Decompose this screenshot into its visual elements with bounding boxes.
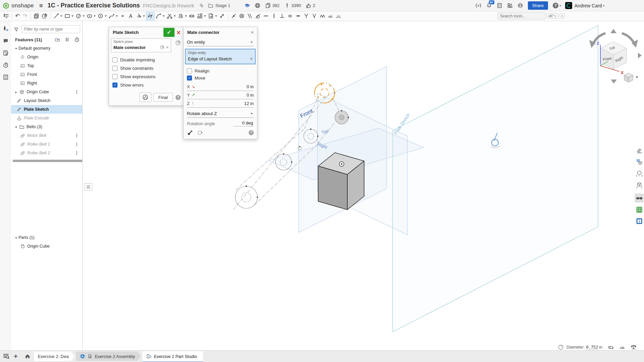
circle-tool-caret[interactable]: [83, 15, 85, 17]
offset-tool-caret[interactable]: [185, 15, 187, 17]
mirror-tool-caret[interactable]: [143, 15, 145, 17]
documentation-panel-icon[interactable]: [635, 216, 644, 225]
copy-paste-sketch-icon[interactable]: [33, 12, 41, 20]
checkbox-unchecked[interactable]: [112, 74, 117, 79]
rectangle-tool-caret[interactable]: [71, 15, 73, 17]
line-tool-caret[interactable]: [60, 15, 62, 17]
placement-mode-select[interactable]: On entity: [187, 38, 254, 46]
select-caret-icon[interactable]: [251, 42, 253, 43]
polygon-tool-caret[interactable]: [105, 15, 107, 17]
spline-tool-caret[interactable]: [116, 15, 118, 17]
disable-imprinting-checkbox[interactable]: Disable imprinting: [109, 56, 183, 64]
trim-tool-caret[interactable]: [174, 15, 176, 17]
chevron-down-icon[interactable]: ▾: [14, 236, 18, 240]
tree-folder-belts[interactable]: ▾ Belts (3): [11, 122, 82, 131]
suppress-pause-icon[interactable]: [64, 37, 70, 42]
sketch-region-icon[interactable]: [41, 12, 49, 20]
show-errors-checkbox[interactable]: ✓ Show errors: [109, 81, 183, 89]
sketch-entity-list-icon[interactable]: [2, 12, 10, 20]
diameter-value[interactable]: 0.752: [586, 345, 598, 350]
checkbox-unchecked[interactable]: [112, 57, 117, 62]
tasks-icon[interactable]: [497, 3, 502, 8]
reorient-secondary-axis-icon[interactable]: [197, 130, 203, 136]
context-menu-icon[interactable]: ⋮: [75, 142, 79, 147]
avatar[interactable]: [565, 2, 572, 9]
checkbox-checked[interactable]: ✓: [112, 83, 117, 88]
close-x-button[interactable]: ×: [251, 30, 254, 35]
sketch-plane-field[interactable]: Sketch plane Mate connector ×: [111, 38, 171, 52]
clear-selection-icon[interactable]: ×: [250, 56, 253, 61]
ai-assistant-icon[interactable]: [517, 3, 523, 8]
share-button[interactable]: Share: [528, 1, 548, 10]
tree-item-right-plane[interactable]: Right: [11, 79, 82, 88]
plate-sketch-plane[interactable]: [393, 25, 598, 332]
defer-update-clock-icon[interactable]: [175, 40, 181, 46]
transform-tool-icon[interactable]: [218, 12, 226, 20]
dialog-help-icon[interactable]: ?: [176, 95, 181, 100]
spline-tool-icon[interactable]: [108, 12, 116, 20]
sketch-dimension-button[interactable]: [139, 93, 151, 102]
rotation-axis-select[interactable]: Rotate about Z: [187, 110, 254, 118]
parallel-constraint-icon[interactable]: [246, 12, 254, 20]
like-icon[interactable]: [306, 3, 311, 8]
curve-pattern-icon[interactable]: [335, 12, 343, 20]
tab-manager-icon[interactable]: [2, 353, 10, 360]
normal-constraint-icon[interactable]: [310, 12, 318, 20]
chevron-right-icon[interactable]: ▸: [14, 90, 18, 94]
y-offset-field[interactable]: Y ↗ 0 in: [187, 91, 254, 99]
comments-icon[interactable]: [2, 37, 10, 45]
workspace-name[interactable]: FRCDesignLib Rework: [143, 3, 194, 8]
sketch-dimension-list-button[interactable]: [85, 183, 92, 191]
redo-icon[interactable]: ↷: [21, 12, 29, 19]
origin-marker[interactable]: [339, 162, 344, 166]
versions-icon[interactable]: [284, 3, 290, 8]
perpendicular-constraint-icon[interactable]: [278, 12, 286, 20]
x-offset-value[interactable]: 0 in: [198, 84, 254, 89]
dialog-help-icon[interactable]: ?: [249, 130, 254, 135]
user-name[interactable]: Andrew Card: [575, 3, 602, 8]
symmetric-constraint-icon[interactable]: [302, 12, 310, 20]
slot-tool-icon[interactable]: [188, 12, 196, 20]
document-menu-icon[interactable]: ≡: [39, 2, 43, 9]
equal-constraint-icon[interactable]: [286, 12, 294, 20]
tab-exercise-2-part-studio[interactable]: Exercise 2 Part Studio: [142, 351, 203, 362]
tree-item-part-origin-cube[interactable]: Origin Cube: [11, 242, 82, 251]
fix-constraint-icon[interactable]: [318, 12, 327, 20]
create-version-icon[interactable]: [2, 25, 10, 33]
rectangle-tool-icon[interactable]: [63, 12, 71, 20]
tree-item-origin[interactable]: Origin: [11, 53, 82, 61]
coincident-constraint-icon[interactable]: [230, 12, 238, 20]
measure-tool-icon[interactable]: [635, 146, 644, 155]
user-menu-caret-icon[interactable]: ▾: [603, 4, 604, 7]
arc-tool-caret[interactable]: [163, 15, 165, 17]
isometric-view-icon[interactable]: [624, 73, 633, 82]
undo-icon[interactable]: ↶: [14, 12, 21, 19]
copies-icon[interactable]: [265, 3, 271, 8]
tree-item-roller-belt-2[interactable]: Roller Belt 2 ⋮: [11, 149, 82, 157]
new-folder-icon[interactable]: [55, 37, 60, 42]
home-tab-icon[interactable]: [22, 352, 33, 361]
show-expressions-checkbox[interactable]: Show expressions: [109, 72, 183, 81]
move-checkbox[interactable]: ✓ Move: [184, 74, 257, 83]
tree-parts-header[interactable]: ▾ Parts (1): [11, 233, 82, 242]
tab-exercise-2-assembly[interactable]: Exercise 2 Assembly: [76, 352, 141, 361]
onshape-logo-icon[interactable]: [3, 2, 9, 9]
feature-filter-input[interactable]: [21, 25, 80, 33]
tree-item-top-plane[interactable]: Top: [11, 61, 82, 70]
arc-tool-icon[interactable]: [155, 12, 163, 20]
dimension-tool-icon[interactable]: [146, 12, 155, 20]
z-offset-value[interactable]: 12 in: [198, 101, 254, 106]
learning-center-icon[interactable]: [635, 205, 644, 214]
tree-item-plate-extrude[interactable]: Plate Extrude: [11, 114, 82, 122]
tree-item-motor-belt[interactable]: Motor Belt ⋮: [11, 131, 82, 140]
y-offset-value[interactable]: 0 in: [198, 93, 254, 98]
confirm-check-button[interactable]: ✓: [163, 28, 175, 37]
z-offset-field[interactable]: Z ↑ 12 in: [187, 99, 254, 108]
offset-tool-icon[interactable]: [177, 12, 185, 20]
polygon-tool-icon[interactable]: [97, 12, 105, 20]
release-notes-icon[interactable]: [2, 49, 10, 57]
mate-connector-dialog-header[interactable]: Mate connector ×: [184, 27, 257, 38]
origin-entity-field[interactable]: Origin entity Edge of Layout Sketch ×: [185, 49, 255, 64]
checkbox-unchecked[interactable]: [187, 68, 192, 73]
mirror-tool-icon[interactable]: [135, 12, 143, 20]
